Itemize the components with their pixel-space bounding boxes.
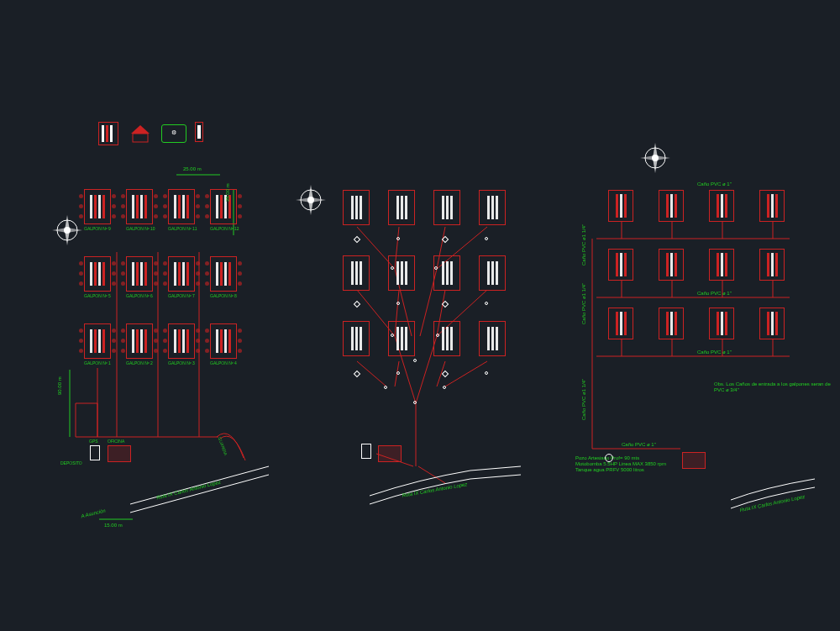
- galpon-building: [433, 255, 460, 291]
- junction-node: [485, 237, 488, 240]
- note-label: Obs. Los Caños de entrada a los galpones…: [714, 381, 832, 393]
- galpon-building: [759, 249, 785, 281]
- office-building: [378, 445, 402, 462]
- galpon-label: GALPON Nº 12: [210, 226, 239, 231]
- dimension-label: 15.00 m: [104, 523, 123, 528]
- galpon-label: GALPON Nº 5: [84, 293, 111, 298]
- galpon-building: [388, 321, 415, 356]
- compass-rose-icon: [294, 183, 328, 217]
- svg-point-53: [307, 197, 314, 203]
- junction-node: [396, 371, 400, 375]
- compass-rose-icon: [50, 213, 84, 247]
- dimension-label: 25.00 m: [183, 166, 202, 171]
- cad-drawing-canvas[interactable]: ⚙ GALPON Nº 9GALPON Nº 10GALPON Nº 11GAL…: [0, 0, 840, 631]
- gps-label: GPS: [89, 439, 98, 444]
- pipe-label: Caño PVC ø 1": [697, 350, 732, 355]
- pipe-label: Caño PVC ø1 1/4": [581, 283, 586, 324]
- junction-node: [413, 359, 417, 362]
- galpon-building: [759, 308, 785, 339]
- svg-marker-48: [131, 125, 150, 134]
- junction-node: [485, 302, 488, 305]
- galpon-building: [709, 308, 734, 339]
- pipe-label: Caño PVC ø 1": [622, 442, 656, 447]
- junction-node: [413, 401, 417, 404]
- galpon-building: [343, 321, 370, 356]
- junction-node: [354, 236, 360, 243]
- guardia-label: GUARDIA: [218, 436, 228, 455]
- galpon-building: [433, 190, 460, 225]
- galpon-building: [608, 249, 633, 281]
- legend-symbol: [98, 122, 118, 145]
- svg-line-26: [445, 361, 487, 386]
- ruta-label: Ruta IX Carlos Antonio Lopez: [739, 494, 805, 513]
- office-building: [682, 452, 706, 469]
- galpon-label: GALPON Nº 7: [168, 293, 195, 298]
- galpon-building: [759, 190, 785, 222]
- junction-node: [442, 236, 449, 243]
- galpon-building: [388, 255, 415, 291]
- galpon-label: GALPON Nº 2: [126, 360, 153, 365]
- svg-line-23: [357, 361, 386, 386]
- junction-node: [354, 301, 360, 308]
- galpon-building: [433, 321, 460, 356]
- galpon-label: GALPON Nº 9: [84, 226, 111, 231]
- junction-node: [442, 301, 449, 308]
- pipe-label: Caño PVC ø 1": [697, 181, 732, 187]
- junction-node: [391, 334, 394, 337]
- pipe-label: Caño PVC ø 1": [697, 291, 732, 296]
- svg-point-47: [64, 227, 71, 234]
- galpon-label: GALPON Nº 4: [210, 360, 237, 365]
- galpon-building: [608, 308, 633, 339]
- galpon-building: [388, 190, 415, 225]
- galpon-building: [709, 249, 734, 281]
- galpon-label: GALPON Nº 1: [84, 360, 111, 365]
- junction-node: [485, 371, 488, 375]
- gps-marker: [90, 445, 100, 460]
- galpon-building: [659, 308, 684, 339]
- dimension-label: 25.00 m: [225, 183, 230, 202]
- galpon-label: GALPON Nº 11: [168, 226, 197, 231]
- galpon-building: [479, 190, 506, 225]
- pipe-label: Caño PVC ø1 1/4": [581, 224, 586, 266]
- dimension-label: 90.00 m: [57, 376, 62, 395]
- compass-rose-icon: [638, 141, 672, 175]
- office-building: [108, 445, 131, 462]
- junction-node: [396, 237, 400, 240]
- junction-node: [434, 266, 438, 270]
- asuncion-label: A Asunción: [81, 507, 106, 518]
- galpon-label: GALPON Nº 6: [126, 293, 153, 298]
- junction-node: [354, 371, 360, 377]
- svg-line-21: [418, 466, 445, 483]
- ruta-label: Ruta IX Carlos Antonio Lopez: [402, 481, 468, 498]
- junction-node: [384, 386, 387, 389]
- junction-node: [436, 334, 439, 337]
- galpon-building: [479, 321, 506, 356]
- ruta-label: Ruta IX Carlos Antonio Lopez: [155, 480, 221, 501]
- galpon-building: [343, 190, 370, 225]
- legend-symbol: [195, 122, 203, 142]
- junction-node: [396, 302, 400, 305]
- svg-point-57: [652, 155, 659, 161]
- junction-node: [391, 266, 394, 270]
- galpon-building: [709, 190, 734, 222]
- galpon-label: GALPON Nº 10: [126, 226, 155, 231]
- galpon-building: [659, 249, 684, 281]
- galpon-building: [659, 190, 684, 222]
- deposito-label: DEPOSITO: [60, 460, 82, 465]
- galpon-building: [608, 190, 633, 222]
- legend-symbol: [128, 122, 148, 145]
- junction-node: [442, 371, 449, 377]
- galpon-label: GALPON Nº 3: [168, 360, 195, 365]
- legend-symbol: ⚙: [161, 124, 186, 143]
- galpon-building: [343, 255, 370, 291]
- pipe-label: Caño PVC ø1 1/4": [581, 379, 586, 420]
- svg-rect-49: [133, 134, 148, 142]
- pump-marker: [605, 454, 613, 462]
- galpon-building: [479, 255, 506, 291]
- gps-marker: [361, 444, 371, 459]
- junction-node: [443, 386, 446, 389]
- galpon-label: GALPON Nº 8: [210, 293, 237, 298]
- oficina-label: OFICINA: [108, 439, 124, 444]
